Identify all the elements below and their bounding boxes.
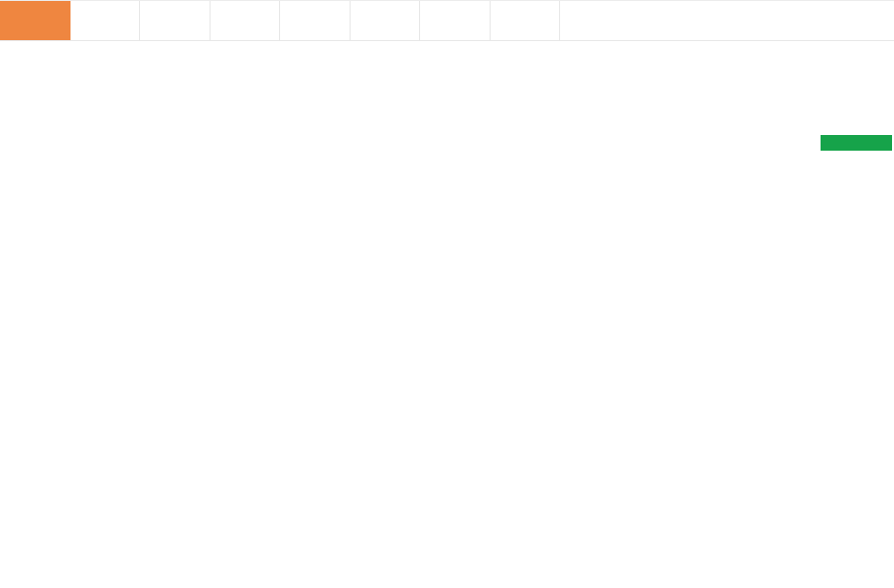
tab-15min[interactable] bbox=[280, 1, 351, 40]
tab-60min[interactable] bbox=[420, 1, 491, 40]
tab-30min[interactable] bbox=[351, 1, 421, 40]
tab-month[interactable] bbox=[140, 1, 211, 40]
kline-app: { "tab_bar": { "tabs": [ {"label": "日", … bbox=[0, 0, 894, 588]
timeframe-tabbar bbox=[0, 0, 894, 41]
ma-info-row bbox=[9, 68, 51, 83]
tab-5min[interactable] bbox=[211, 1, 281, 40]
tab-4hour[interactable] bbox=[491, 1, 561, 40]
chart-canvas[interactable] bbox=[0, 0, 894, 588]
tab-day[interactable] bbox=[0, 1, 71, 40]
current-price-tag bbox=[821, 135, 892, 151]
macd-info-row bbox=[12, 466, 54, 480]
tab-week[interactable] bbox=[71, 1, 141, 40]
ohlc-info-row bbox=[9, 49, 67, 64]
